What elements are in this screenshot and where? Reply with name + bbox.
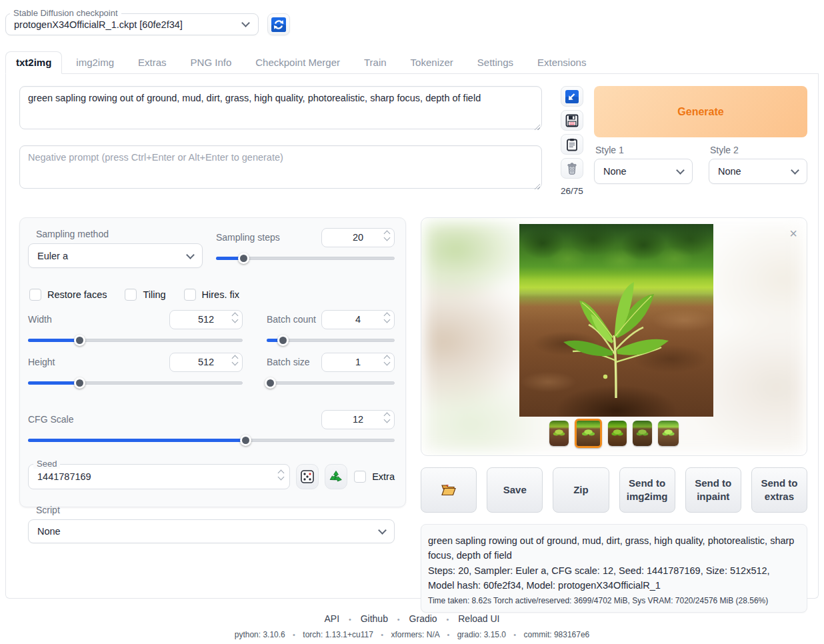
seed-input[interactable]: Seed 1441787169	[28, 464, 290, 489]
stepper-arrows-icon[interactable]	[279, 471, 283, 479]
extra-seed-checkbox[interactable]: Extra	[354, 471, 395, 483]
api-link[interactable]: API	[324, 613, 339, 624]
negative-prompt-input[interactable]	[19, 145, 542, 189]
prompt-column: green sapling rowing out of ground, mud,…	[19, 86, 542, 196]
checkbox-icon[interactable]	[125, 289, 137, 301]
sampling-steps-input[interactable]: 20	[321, 228, 395, 247]
cfg-scale-input[interactable]: 12	[321, 410, 395, 429]
stepper-arrows-icon[interactable]	[385, 231, 389, 240]
prompt-input[interactable]: green sapling rowing out of ground, mud,…	[19, 86, 542, 129]
checkbox-icon[interactable]	[354, 471, 366, 483]
checkbox-icon[interactable]	[184, 289, 196, 301]
stepper-arrows-icon[interactable]	[385, 313, 389, 322]
chevron-down-icon	[676, 166, 685, 175]
tab-png-info[interactable]: PNG Info	[181, 52, 242, 73]
tab-tokenizer[interactable]: Tokenizer	[401, 52, 463, 73]
main-tabs: txt2img img2img Extras PNG Info Checkpoi…	[5, 51, 819, 74]
close-icon[interactable]: ×	[785, 226, 801, 242]
gallery-thumbnail-3[interactable]	[608, 421, 627, 446]
send-to-inpaint-button[interactable]: Send to inpaint	[685, 467, 741, 513]
batch-count-slider[interactable]	[267, 335, 395, 346]
script-select[interactable]: None	[28, 519, 395, 543]
prompt-tools: 26/75	[561, 86, 583, 196]
paste-params-button[interactable]	[561, 86, 583, 107]
style1-select[interactable]: None	[594, 159, 693, 184]
random-seed-button[interactable]	[296, 464, 319, 489]
stepper-arrows-icon[interactable]	[233, 313, 237, 322]
reuse-seed-button[interactable]	[325, 464, 347, 489]
sapling-illustration	[553, 271, 679, 405]
stepper-arrows-icon[interactable]	[385, 356, 389, 365]
torch-version: torch: 1.13.1+cu117	[303, 630, 373, 639]
width-input[interactable]: 512	[169, 310, 243, 329]
gradio-version: gradio: 3.15.0	[457, 630, 506, 639]
refresh-checkpoints-button[interactable]	[267, 13, 290, 35]
zip-button[interactable]: Zip	[553, 467, 609, 513]
send-to-extras-button[interactable]: Send to extras	[751, 467, 807, 513]
tab-txt2img[interactable]: txt2img	[5, 51, 62, 74]
height-label: Height	[28, 357, 55, 367]
separator-dot: •	[349, 615, 351, 623]
checkpoint-label: Stable Diffusion checkpoint	[10, 8, 121, 18]
stepper-arrows-icon[interactable]	[385, 413, 389, 422]
generated-image[interactable]	[519, 224, 713, 417]
tab-settings[interactable]: Settings	[467, 52, 523, 73]
tab-train[interactable]: Train	[354, 52, 397, 73]
tab-extras[interactable]: Extras	[128, 52, 177, 73]
send-to-img2img-button[interactable]: Send to img2img	[619, 467, 675, 513]
batch-size-input[interactable]: 1	[321, 353, 395, 372]
thumbnail-strip	[421, 419, 807, 448]
save-button[interactable]: Save	[487, 467, 543, 513]
cfg-scale-slider[interactable]	[28, 435, 395, 446]
tab-extensions[interactable]: Extensions	[527, 52, 596, 73]
restore-faces-checkbox[interactable]: Restore faces	[29, 289, 107, 301]
height-slider[interactable]	[28, 377, 243, 389]
separator-dot: •	[381, 631, 383, 639]
sampling-method-select[interactable]: Euler a	[28, 243, 203, 268]
generate-button[interactable]: Generate	[594, 86, 807, 137]
tab-checkpoint-merger[interactable]: Checkpoint Merger	[245, 52, 350, 73]
separator-dot: •	[397, 615, 400, 623]
info-params-text: Steps: 20, Sampler: Euler a, CFG scale: …	[428, 563, 796, 593]
style1-value: None	[603, 166, 627, 177]
refresh-icon	[271, 17, 287, 33]
info-prompt-text: green sapling rowing out of ground, mud,…	[428, 533, 796, 563]
cfg-scale-label: CFG Scale	[28, 414, 73, 425]
github-link[interactable]: Github	[361, 613, 388, 624]
seed-label: Seed	[33, 459, 60, 469]
gallery-thumbnail-5[interactable]	[658, 421, 679, 446]
height-input[interactable]: 512	[169, 353, 243, 372]
footer-links: API • Github • Gradio • Reload UI	[0, 613, 824, 624]
folder-icon	[440, 483, 457, 497]
hires-fix-checkbox[interactable]: Hires. fix	[184, 289, 239, 301]
checkbox-icon[interactable]	[29, 289, 41, 301]
trash-icon	[565, 162, 579, 175]
open-folder-button[interactable]	[421, 467, 477, 513]
separator-dot: •	[293, 631, 295, 639]
seed-row: Seed 1441787169	[28, 464, 395, 489]
width-slider[interactable]	[28, 335, 243, 346]
gallery-thumbnail-1[interactable]	[549, 421, 569, 446]
result-gallery: ×	[421, 217, 807, 456]
output-column: ×	[421, 217, 807, 613]
style1-label: Style 1	[595, 145, 693, 155]
sampling-method-value: Euler a	[37, 251, 68, 261]
save-style-button[interactable]	[561, 110, 583, 131]
gradio-link[interactable]: Gradio	[409, 613, 437, 624]
batch-count-input[interactable]: 4	[321, 310, 395, 329]
styles-row: Style 1 None Style 2 None	[594, 145, 807, 184]
gallery-thumbnail-2-selected[interactable]	[575, 419, 602, 448]
batch-size-slider[interactable]	[267, 377, 395, 389]
floppy-disk-icon	[565, 114, 579, 127]
apply-style-button[interactable]	[561, 134, 583, 155]
tiling-checkbox[interactable]: Tiling	[125, 289, 165, 301]
style2-select[interactable]: None	[709, 159, 807, 184]
gallery-thumbnail-4[interactable]	[633, 421, 652, 446]
width-label: Width	[28, 314, 52, 325]
checkpoint-select[interactable]: Stable Diffusion checkpoint protogenX34O…	[5, 13, 259, 35]
clear-prompt-button[interactable]	[561, 158, 583, 179]
reload-ui-link[interactable]: Reload UI	[458, 613, 499, 624]
tab-img2img[interactable]: img2img	[66, 52, 124, 73]
stepper-arrows-icon[interactable]	[233, 356, 237, 365]
sampling-steps-slider[interactable]	[216, 253, 395, 264]
